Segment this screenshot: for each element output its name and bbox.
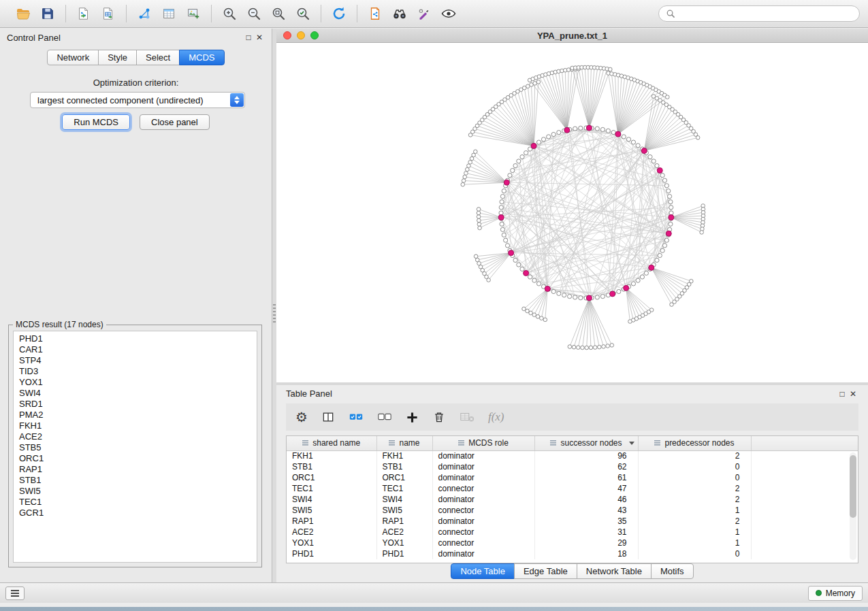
style-brush-button[interactable]	[413, 3, 435, 24]
cell-shared-name[interactable]: STB1	[287, 461, 376, 472]
column-header-successor-nodes[interactable]: successor nodes	[534, 436, 638, 450]
run-mcds-button[interactable]: Run MCDS	[62, 114, 130, 130]
cell-name[interactable]: SWI4	[376, 494, 432, 505]
cell-name[interactable]: PHD1	[376, 548, 432, 559]
mcds-result-item[interactable]: SWI4	[19, 388, 257, 399]
mcds-result-list[interactable]: PHD1CAR1STP4TID3YOX1SWI4SRD1PMA2FKH1ACE2…	[13, 331, 257, 563]
table-row[interactable]: ORC1ORC1dominator610	[287, 472, 858, 483]
cell-mcds-role[interactable]: dominator	[432, 516, 534, 527]
mcds-result-item[interactable]: STB5	[19, 442, 257, 453]
tab-edge-table[interactable]: Edge Table	[514, 563, 577, 579]
cell-successor-nodes[interactable]: 29	[534, 538, 638, 548]
cell-predecessor-nodes[interactable]: 0	[638, 548, 751, 559]
close-table-panel-icon[interactable]: ✕	[848, 389, 858, 399]
cell-shared-name[interactable]: FKH1	[287, 450, 376, 461]
column-header-predecessor-nodes[interactable]: predecessor nodes	[638, 436, 751, 450]
cell-predecessor-nodes[interactable]: 1	[638, 538, 751, 548]
cell-name[interactable]: ORC1	[376, 472, 432, 483]
cell-mcds-role[interactable]: dominator	[432, 472, 534, 483]
cell-shared-name[interactable]: PHD1	[287, 548, 376, 559]
tab-motifs[interactable]: Motifs	[651, 563, 694, 579]
search-input[interactable]	[679, 9, 852, 18]
network-svg[interactable]	[276, 43, 868, 382]
open-file-button[interactable]	[12, 3, 34, 24]
cell-successor-nodes[interactable]: 31	[534, 527, 638, 538]
cell-successor-nodes[interactable]: 46	[534, 494, 638, 505]
mcds-result-item[interactable]: YOX1	[19, 377, 257, 388]
select-all-button[interactable]	[349, 411, 364, 423]
cell-mcds-role[interactable]: dominator	[432, 450, 534, 461]
mcds-result-item[interactable]: ACE2	[19, 431, 257, 442]
cell-predecessor-nodes[interactable]: 2	[638, 450, 751, 461]
cell-predecessor-nodes[interactable]: 1	[638, 505, 751, 516]
table-scrollbar-thumb[interactable]	[850, 455, 856, 518]
function-builder-button[interactable]: f(x)	[488, 410, 504, 424]
cell-name[interactable]: STB1	[376, 461, 432, 472]
tab-select[interactable]: Select	[136, 50, 180, 65]
network-from-table-button[interactable]	[158, 3, 180, 24]
save-session-button[interactable]	[37, 3, 59, 24]
float-panel-icon[interactable]: □	[243, 33, 254, 42]
cell-name[interactable]: ACE2	[376, 527, 432, 538]
show-columns-button[interactable]	[321, 410, 335, 424]
clear-table-button[interactable]	[460, 411, 475, 423]
show-hide-button[interactable]	[438, 3, 460, 24]
cell-name[interactable]: FKH1	[376, 450, 432, 461]
column-header-name[interactable]: name	[376, 436, 432, 450]
cell-shared-name[interactable]: TEC1	[287, 483, 376, 494]
table-row[interactable]: TEC1TEC1connector472	[287, 483, 858, 494]
add-column-button[interactable]	[406, 411, 419, 424]
cell-mcds-role[interactable]: dominator	[432, 461, 534, 472]
mcds-result-item[interactable]: CAR1	[19, 344, 257, 355]
mcds-result-item[interactable]: PMA2	[19, 410, 257, 420]
column-header-mcds-role[interactable]: MCDS role	[432, 436, 534, 450]
column-header-shared-name[interactable]: shared name	[287, 436, 376, 450]
cell-predecessor-nodes[interactable]: 2	[638, 516, 751, 527]
deselect-all-button[interactable]	[377, 411, 392, 423]
tab-mcds[interactable]: MCDS	[179, 50, 224, 65]
tab-style[interactable]: Style	[98, 50, 137, 65]
mcds-result-item[interactable]: SWI5	[19, 486, 257, 497]
cell-mcds-role[interactable]: connector	[432, 505, 534, 516]
table-row[interactable]: SWI4SWI4dominator462	[287, 494, 858, 505]
cell-predecessor-nodes[interactable]: 0	[638, 472, 751, 483]
cell-successor-nodes[interactable]: 18	[534, 548, 638, 559]
mcds-result-item[interactable]: STB1	[19, 475, 257, 486]
cell-mcds-role[interactable]: dominator	[432, 494, 534, 505]
refresh-button[interactable]	[328, 3, 350, 24]
cell-name[interactable]: YOX1	[376, 538, 432, 548]
export-image-button[interactable]	[182, 3, 204, 24]
cell-shared-name[interactable]: SWI5	[287, 505, 376, 516]
delete-column-button[interactable]	[432, 410, 446, 424]
table-row[interactable]: PHD1PHD1dominator180	[287, 548, 858, 559]
mcds-result-item[interactable]: TID3	[19, 366, 257, 377]
network-share-button[interactable]	[133, 3, 155, 24]
table-scrollbar[interactable]	[850, 452, 856, 560]
cell-successor-nodes[interactable]: 35	[534, 516, 638, 527]
cell-successor-nodes[interactable]: 96	[534, 450, 638, 461]
cell-predecessor-nodes[interactable]: 2	[638, 483, 751, 494]
cell-name[interactable]: SWI5	[376, 505, 432, 516]
cell-name[interactable]: RAP1	[376, 516, 432, 527]
table-row[interactable]: ACE2ACE2connector311	[287, 527, 858, 538]
cell-predecessor-nodes[interactable]: 0	[638, 461, 751, 472]
close-panel-button[interactable]: Close panel	[140, 114, 210, 130]
mcds-result-item[interactable]: RAP1	[19, 464, 257, 475]
cell-mcds-role[interactable]: dominator	[432, 548, 534, 559]
cell-shared-name[interactable]: YOX1	[287, 538, 376, 548]
cell-successor-nodes[interactable]: 61	[534, 472, 638, 483]
table-row[interactable]: SWI5SWI5connector431	[287, 505, 858, 516]
annotation-copy-button[interactable]	[364, 3, 386, 24]
float-table-panel-icon[interactable]: □	[837, 389, 848, 399]
cell-mcds-role[interactable]: connector	[432, 527, 534, 538]
table-settings-button[interactable]: ⚙	[295, 410, 308, 424]
cell-successor-nodes[interactable]: 47	[534, 483, 638, 494]
search-network-button[interactable]	[389, 3, 411, 24]
cell-mcds-role[interactable]: connector	[432, 538, 534, 548]
cell-predecessor-nodes[interactable]: 2	[638, 494, 751, 505]
cell-shared-name[interactable]: SWI4	[287, 494, 376, 505]
import-network-file-button[interactable]	[73, 3, 95, 24]
zoom-selected-button[interactable]	[292, 3, 314, 24]
tab-network-table[interactable]: Network Table	[577, 563, 652, 579]
cell-shared-name[interactable]: RAP1	[287, 516, 376, 527]
